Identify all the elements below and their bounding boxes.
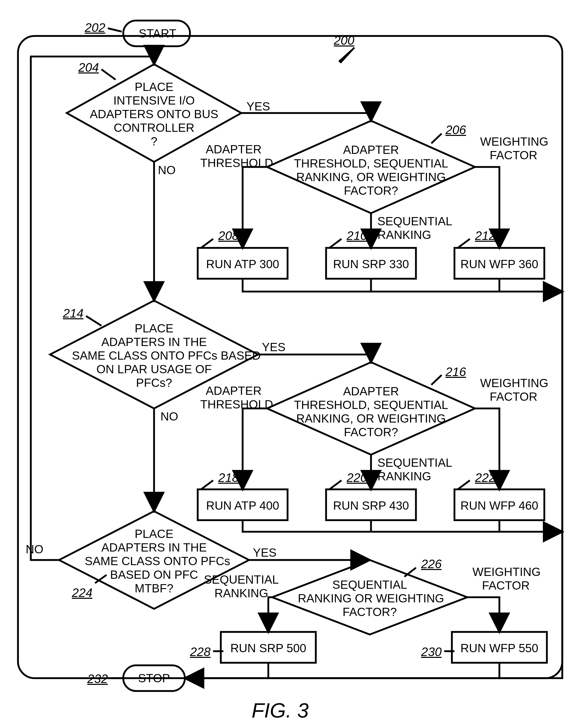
edge-adapter-threshold-206: ADAPTER THRESHOLD (200, 142, 267, 170)
edge-no-214: NO (161, 410, 178, 423)
label-210: 210 (347, 229, 367, 243)
label-218: 218 (218, 471, 239, 485)
label-204: 204 (78, 60, 99, 75)
label-216: 216 (445, 365, 466, 379)
figure-caption: FIG. 3 (252, 699, 309, 722)
edge-sequential-ranking-216: SEQUENTIAL RANKING (378, 456, 454, 483)
start-terminator: START (139, 27, 174, 40)
label-200: 200 (334, 33, 354, 48)
edge-adapter-threshold-216: ADAPTER THRESHOLD (200, 384, 267, 411)
flowchart-canvas: START STOP PLACE INTENSIVE I/O ADAPTERS … (0, 0, 580, 728)
decision-204: PLACE INTENSIVE I/O ADAPTERS ONTO BUS CO… (82, 80, 226, 148)
edge-weighting-factor-206: WEIGHTING FACTOR (480, 135, 547, 162)
process-230: RUN WFP 550 (452, 642, 547, 655)
label-224: 224 (72, 586, 92, 600)
label-230: 230 (421, 645, 442, 659)
label-232: 232 (87, 672, 108, 686)
process-220: RUN SRP 430 (326, 499, 416, 513)
label-202: 202 (85, 21, 105, 35)
edge-sequential-ranking-206: SEQUENTIAL RANKING (378, 214, 454, 242)
process-228: RUN SRP 500 (221, 642, 316, 655)
decision-224: PLACE ADAPTERS IN THE SAME CLASS ONTO PF… (85, 527, 223, 595)
edge-yes-224: YES (253, 546, 277, 560)
label-212: 212 (475, 229, 496, 243)
process-208: RUN ATP 300 (198, 257, 287, 271)
process-212: RUN WFP 360 (454, 257, 544, 271)
process-222: RUN WFP 460 (454, 499, 544, 513)
decision-226: SEQUENTIAL RANKING OR WEIGHTING FACTOR? (298, 578, 442, 619)
label-214: 214 (63, 306, 83, 320)
label-220: 220 (347, 471, 367, 485)
edge-yes-204: YES (247, 100, 270, 113)
decision-216: ADAPTER THRESHOLD, SEQUENTIAL RANKING, O… (290, 385, 452, 439)
label-206: 206 (445, 123, 466, 137)
label-222: 222 (475, 471, 496, 485)
edge-sequential-ranking-226: SEQUENTIAL RANKING (203, 573, 280, 600)
edge-weighting-factor-216: WEIGHTING FACTOR (480, 376, 547, 404)
edge-no-204: NO (158, 163, 175, 177)
label-226: 226 (421, 557, 442, 571)
decision-214: PLACE ADAPTERS IN THE SAME CLASS ONTO PF… (72, 321, 236, 389)
label-228: 228 (190, 645, 211, 659)
process-210: RUN SRP 330 (326, 257, 416, 271)
decision-206: ADAPTER THRESHOLD, SEQUENTIAL RANKING, O… (290, 143, 452, 198)
stop-terminator: STOP (136, 672, 172, 685)
edge-no-224: NO (26, 543, 44, 556)
label-208: 208 (218, 229, 239, 243)
process-218: RUN ATP 400 (198, 499, 287, 513)
edge-weighting-factor-226: WEIGHTING FACTOR (472, 565, 539, 592)
edge-yes-214: YES (262, 340, 285, 354)
